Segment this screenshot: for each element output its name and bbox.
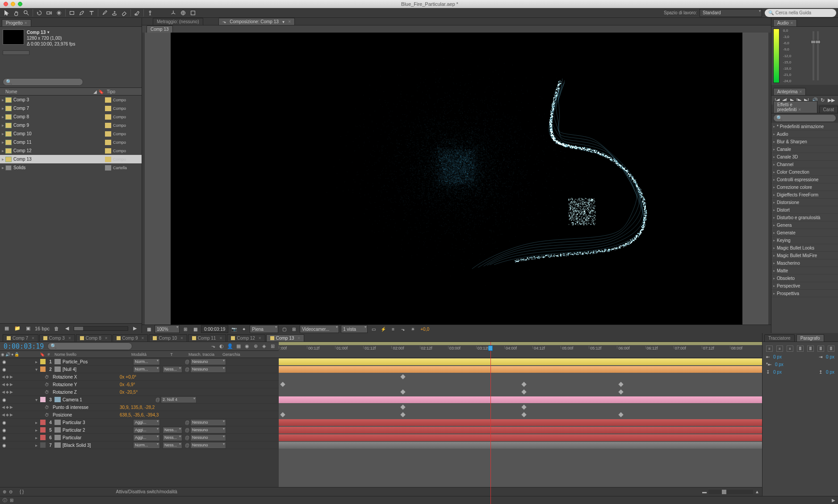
type-tool[interactable] [87, 8, 96, 17]
space-before-value[interactable]: 0 px [773, 370, 782, 375]
roto-brush-tool[interactable] [132, 8, 142, 17]
effect-category-row[interactable]: ▸Obsoleto [771, 275, 838, 282]
new-folder-button[interactable]: 📁 [13, 325, 21, 331]
timeline-button[interactable]: ≡ [389, 325, 397, 333]
eraser-tool[interactable] [119, 8, 129, 17]
effect-category-row[interactable]: ▸Correzione colore [771, 183, 838, 191]
help-search[interactable]: 🔍 Cerca nella Guida [765, 9, 836, 17]
timeline-layer-row[interactable]: ◉▾2[Null 4]Norm...Ness...@Nessuno [0, 366, 279, 373]
toggle-switches-button[interactable]: ⊕ [3, 489, 6, 494]
project-tab[interactable]: Progetto× [2, 19, 31, 26]
flowchart-icon[interactable]: ⬎ [222, 19, 226, 24]
exposure-reset-button[interactable]: ☀ [409, 325, 417, 333]
minimize-window-button[interactable] [11, 2, 15, 6]
effects-list[interactable]: ▸* Predefiniti animazione▸Audio▸Blur & S… [771, 123, 838, 333]
effect-category-row[interactable]: ▸Digieffects FreeForm [771, 191, 838, 199]
effect-category-row[interactable]: ▸Keying [771, 237, 838, 244]
composition-viewer[interactable]: Videocamera attiva [145, 33, 768, 325]
pan-behind-tool[interactable] [54, 8, 64, 17]
character-tab[interactable]: Carat [819, 106, 838, 113]
timeline-comp-tab[interactable]: Comp 11× [188, 334, 226, 342]
keyframe[interactable] [618, 389, 623, 394]
transparency-grid-button[interactable]: ▦ [191, 325, 199, 333]
comp-flowchart-button[interactable]: ⬎ [399, 325, 407, 333]
timeline-zoom-slider[interactable] [708, 490, 753, 494]
project-search[interactable]: 🔍 [3, 78, 83, 86]
timeline-property-row[interactable]: ◀◆▶⏱Posizione638,5, -35,6, -394,3 [0, 411, 279, 419]
project-comp-row[interactable]: ▸Comp 12Compo [0, 146, 142, 155]
new-comp-button[interactable]: ▣ [24, 325, 32, 331]
keyframe[interactable] [400, 374, 405, 379]
paragraph-tab[interactable]: Paragrafo [796, 334, 824, 342]
info-button[interactable]: ⓘ [3, 497, 7, 504]
timeline-layer-row[interactable]: ◉▸7[Black Solid 3]Norm...Ness...@Nessuno [0, 442, 279, 449]
motion-blur-button[interactable]: ◉ [243, 343, 251, 350]
effects-tab[interactable]: Effetti e predefiniti× [773, 101, 817, 113]
loop-button[interactable]: ↻ [821, 97, 825, 103]
interpret-footage-button[interactable]: ▦ [3, 325, 11, 331]
effect-category-row[interactable]: ▸Canale [771, 146, 838, 153]
zoom-out-button[interactable]: ▬ [702, 489, 707, 494]
timeline-comp-tab[interactable]: Comp 7× [3, 334, 38, 342]
timeline-layer-row[interactable]: ◉▸4Particular 3Aggi...@Nessuno [0, 419, 279, 426]
effect-category-row[interactable]: ▸Canale 3D [771, 153, 838, 161]
brush-tool[interactable] [100, 8, 109, 17]
timeline-layer-bars[interactable] [279, 358, 762, 487]
keyframe[interactable] [280, 382, 285, 387]
project-comp-row[interactable]: ▸Comp 11Compo [0, 138, 142, 146]
keyframe[interactable] [521, 412, 526, 417]
effects-search[interactable]: 🔍 [773, 114, 836, 122]
timeline-comp-tab[interactable]: Comp 10× [149, 334, 187, 342]
comp-subtab[interactable]: Comp 13 [147, 25, 173, 33]
project-comp-row[interactable]: ▸Comp 13Compo [0, 155, 142, 163]
timeline-layer-row[interactable]: ◉▾3Camera 1@2. Null 4 [0, 396, 279, 404]
camera-tool[interactable] [44, 8, 54, 17]
toggle-modes-button[interactable]: ⊖ [9, 489, 13, 494]
tracker-tab[interactable]: Tracciatore [764, 334, 795, 342]
toggle-switches-label[interactable]: Attiva/Disattiva switch/modalità [116, 489, 177, 494]
effect-category-row[interactable]: ▸Mascherino [771, 259, 838, 267]
clone-stamp-tool[interactable] [109, 8, 119, 17]
timeline-layer-row[interactable]: ◉▸5Particular 2Aggi...Ness...@Nessuno [0, 426, 279, 434]
project-item-list[interactable]: ▸Comp 3Compo▸Comp 7Compo▸Comp 8Compo▸Com… [0, 96, 142, 323]
timeline-property-row[interactable]: ◀◆▶⏱Rotazione Z0x -20,5° [0, 388, 279, 396]
justify-last-center-button[interactable]: ≣ [807, 346, 814, 352]
space-after-value[interactable]: 0 px [826, 370, 834, 375]
scroll-right-button[interactable]: ▶ [832, 498, 835, 503]
fast-preview-button[interactable]: ⚡ [379, 325, 387, 333]
brainstorm-button[interactable]: ⊕ [252, 343, 259, 350]
justify-last-right-button[interactable]: ≣ [817, 346, 824, 352]
hide-shy-button[interactable]: 👤 [226, 343, 234, 350]
zoom-tool[interactable] [21, 8, 31, 17]
project-comp-row[interactable]: ▸Comp 7Compo [0, 104, 142, 112]
effect-category-row[interactable]: ▸Magic Bullet Looks [771, 244, 838, 252]
hand-tool[interactable] [12, 8, 21, 17]
timeline-layer-outline[interactable]: ◉▸1Particle_PosNorm...@Nessuno◉▾2[Null 4… [0, 358, 279, 487]
rectangle-tool[interactable] [67, 8, 77, 17]
effect-category-row[interactable]: ▸Color Correction [771, 168, 838, 176]
exposure-value[interactable]: +0,0 [420, 327, 429, 332]
timeline-ruler[interactable]: :00f00:12f01:00f01:12f02:00f02:12f03:00f… [279, 342, 762, 358]
composition-tab[interactable]: ⬎ Composizione: Comp 13 ▼ × [218, 18, 295, 25]
preview-tab[interactable]: Anteprima× [773, 88, 806, 95]
project-hscroll[interactable] [74, 326, 128, 331]
audio-level-right[interactable] [817, 31, 819, 80]
project-comp-row[interactable]: ▸Comp 9Compo [0, 121, 142, 129]
render-queue-button[interactable]: ⊞ [10, 498, 13, 503]
keyframe[interactable] [280, 412, 285, 417]
keyframe[interactable] [521, 404, 526, 409]
puppet-pin-tool[interactable] [145, 8, 155, 17]
timeline-comp-tab[interactable]: Comp 9× [113, 334, 148, 342]
indent-left-value[interactable]: 0 px [773, 354, 782, 359]
bpc-button[interactable]: 16 bpc [35, 326, 50, 331]
zoom-window-button[interactable] [18, 2, 22, 6]
always-preview-toggle[interactable]: ▦ [145, 325, 153, 333]
footage-tab[interactable]: Metraggio: (nessuno) [153, 18, 203, 25]
grid-button[interactable]: ⊞ [290, 325, 298, 333]
thumbnail-size-slider[interactable] [3, 50, 29, 55]
timeline-layer-row[interactable]: ◉▸1Particle_PosNorm...@Nessuno [0, 358, 279, 366]
local-axis-mode[interactable] [168, 8, 178, 17]
indent-right-value[interactable]: 0 px [826, 354, 834, 359]
timeline-comp-tab[interactable]: Comp 13× [266, 334, 304, 342]
effect-category-row[interactable]: ▸Prospettiva [771, 290, 838, 297]
